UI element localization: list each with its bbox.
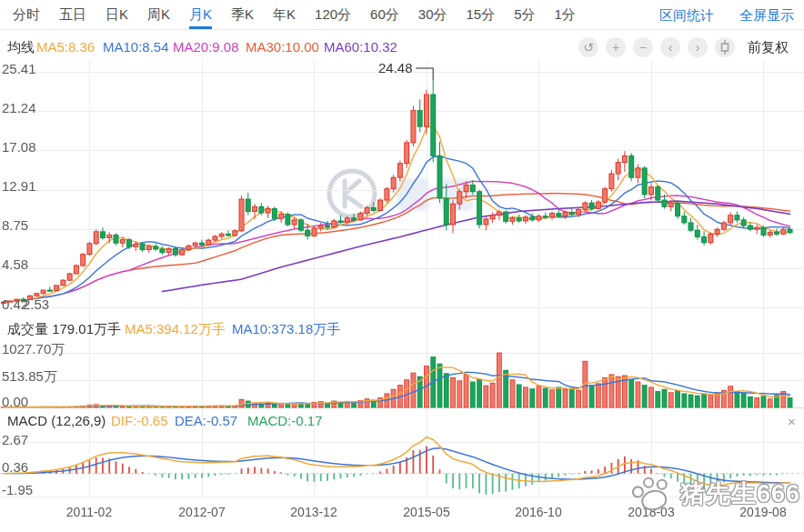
pan-left-button[interactable]: ‹ (660, 37, 680, 57)
ma-legend-title: 均线 (7, 37, 35, 57)
macd-dea-value: DEA:-0.57 (175, 411, 237, 431)
volume-axis-label: 0.00 (2, 395, 28, 409)
tab-5min[interactable]: 5分 (514, 0, 535, 29)
zoom-out-button[interactable]: − (633, 37, 653, 57)
price-axis-label: 17.08 (2, 140, 36, 155)
volume-ma5-value: MA5:394.12万手 (125, 319, 226, 339)
stock-chart-app: 分时 五日 日K 周K 月K 季K 年K 120分 60分 30分 15分 5分… (0, 0, 804, 532)
x-axis-label: 2012-07 (178, 505, 225, 519)
x-axis-label: 2011-02 (66, 505, 112, 519)
price-adjust-mode[interactable]: 前复权 (748, 37, 789, 57)
tab-60min[interactable]: 60分 (370, 0, 399, 29)
tab-yearly-k[interactable]: 年K (273, 0, 296, 29)
author-watermark: 猪先生666 (680, 477, 800, 510)
price-axis-label: 12.91 (2, 179, 36, 194)
ma30-value: MA30:10.00 (246, 37, 319, 57)
volume-current-value: 179.01万手 (52, 321, 121, 336)
tab-120min[interactable]: 120分 (315, 0, 351, 29)
peak-price-annotation: 24.48 (378, 60, 413, 75)
tab-monthly-k[interactable]: 月K (189, 0, 212, 29)
candle-icon (719, 40, 730, 55)
tab-quarterly-k[interactable]: 季K (231, 0, 254, 29)
tab-5day[interactable]: 五日 (59, 0, 86, 29)
macd-axis-label: -1.95 (2, 483, 33, 497)
x-axis-label: 2016-10 (515, 505, 561, 519)
tab-1min[interactable]: 1分 (555, 0, 576, 29)
price-axis-label: 25.41 (2, 62, 36, 76)
fullscreen-link[interactable]: 全屏显示 (739, 0, 794, 30)
ma60-value: MA60:10.32 (324, 37, 397, 57)
tab-timeshare[interactable]: 分时 (13, 0, 40, 29)
volume-title: 成交量 179.01万手 (7, 319, 121, 339)
macd-hist-value: MACD:-0.17 (247, 411, 323, 431)
volume-axis-label: 513.85万 (2, 369, 57, 384)
macd-axis-label: 2.67 (2, 433, 28, 447)
pan-right-button[interactable]: › (688, 37, 708, 57)
price-axis-label: 21.24 (2, 101, 36, 115)
tab-15min[interactable]: 15分 (466, 0, 495, 29)
x-axis-label: 2015-05 (403, 505, 449, 519)
ma10-value: MA10:8.54 (103, 37, 169, 57)
zoom-in-button[interactable]: + (606, 37, 626, 57)
candle-style-button[interactable] (715, 37, 735, 57)
close-macd-pane-icon[interactable]: × (788, 416, 796, 428)
range-statistics-link[interactable]: 区间统计 (659, 0, 714, 30)
price-axis-label: 8.75 (2, 218, 28, 233)
ma20-value: MA20:9.08 (173, 37, 239, 57)
volume-title-text: 成交量 (7, 321, 48, 336)
tab-weekly-k[interactable]: 周K (147, 0, 170, 29)
x-axis-label: 2013-12 (290, 505, 337, 519)
price-axis-label: 4.58 (2, 257, 28, 272)
tab-daily-k[interactable]: 日K (106, 0, 128, 29)
price-axis-overlap-label: 2.53 (23, 297, 49, 312)
macd-axis-label: 0.36 (2, 460, 28, 475)
reset-zoom-button[interactable]: ↺ (578, 37, 598, 57)
macd-dif-value: DIF:-0.65 (111, 411, 168, 431)
tab-30min[interactable]: 30分 (418, 0, 447, 29)
macd-title: MACD (12,26,9) (7, 411, 106, 431)
chart-canvas[interactable] (0, 0, 804, 532)
ma5-value: MA5:8.36 (36, 37, 95, 57)
volume-ma10-value: MA10:373.18万手 (232, 319, 340, 339)
volume-axis-label: 1027.70万 (2, 342, 65, 356)
